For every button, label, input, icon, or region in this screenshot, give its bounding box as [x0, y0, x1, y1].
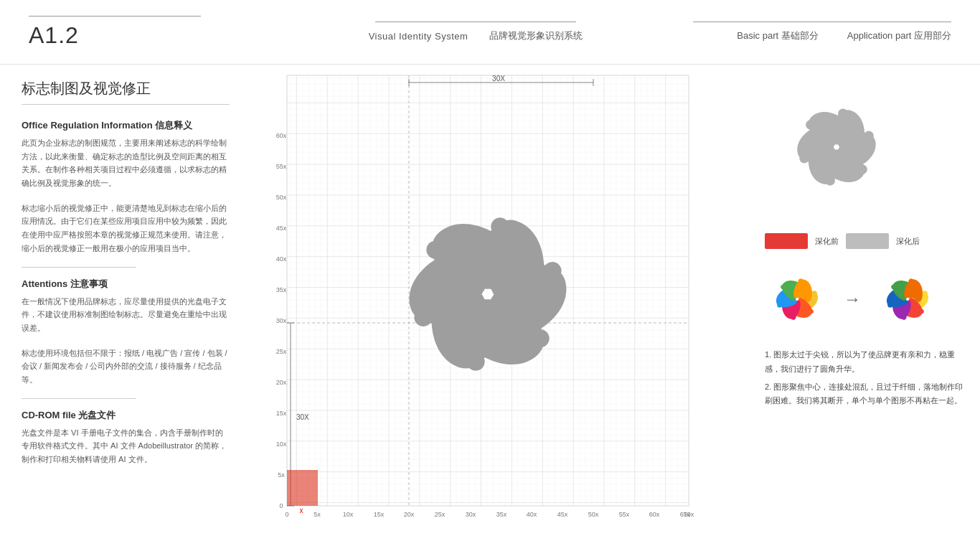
note2: 2. 图形聚焦中心，连接处混乱，且过于纤细，落地制作印刷困难。我们将其断开，单个… [765, 380, 966, 409]
section-info-text2: 标志缩小后的视觉修正中，能更清楚地见到标志在缩小后的应用情况。由于它们在某些应用… [22, 202, 230, 255]
swatch-after [846, 233, 889, 249]
svg-text:35x: 35x [496, 511, 507, 518]
left-panel: 标志制图及视觉修正 Office Regulation Information … [0, 65, 251, 551]
gray-logo-svg [772, 83, 901, 212]
header-right: Basic part 基础部分 Application part 应用部分 [693, 22, 951, 42]
nav-basic[interactable]: Basic part 基础部分 [737, 29, 818, 42]
svg-point-51 [799, 154, 809, 164]
header-line [29, 16, 201, 17]
svg-text:60x: 60x [276, 132, 287, 139]
svg-text:50x: 50x [588, 511, 599, 518]
svg-text:35x: 35x [276, 286, 287, 293]
svg-text:5x: 5x [278, 471, 285, 479]
after-logo [875, 267, 940, 331]
svg-text:15x: 15x [374, 511, 385, 518]
section-title: 标志制图及视觉修正 [22, 79, 230, 105]
svg-text:10x: 10x [276, 441, 287, 448]
svg-text:45x: 45x [557, 511, 568, 518]
section-attentions: Attentions 注意事项 在一般情况下使用品牌标志，应尽量使用提供的光盘电… [22, 278, 230, 335]
svg-point-45 [414, 309, 432, 326]
svg-text:40x: 40x [527, 511, 537, 518]
header-center: Visual Identity System 品牌视觉形象识别系统 [258, 22, 693, 42]
svg-text:60x: 60x [649, 511, 660, 518]
header-center-line [375, 22, 576, 22]
svg-text:0: 0 [285, 511, 288, 518]
nav-application[interactable]: Application part 应用部分 [847, 29, 951, 42]
vis-title-cn: 品牌视觉形象识别系统 [489, 29, 583, 42]
section-att-text2: 标志使用环境包括但不限于：报纸 / 电视广告 / 宣传 / 包装 / 会议 / … [22, 347, 230, 387]
svg-text:30X: 30X [296, 413, 309, 421]
main-content: 标志制图及视觉修正 Office Regulation Information … [0, 65, 980, 551]
header-center-text: Visual Identity System 品牌视觉形象识别系统 [369, 29, 583, 42]
section-att-title: Attentions 注意事项 [22, 278, 230, 291]
svg-text:5x: 5x [314, 511, 321, 518]
svg-text:50x: 50x [276, 194, 287, 201]
svg-point-57 [777, 303, 782, 308]
header-right-line [693, 22, 951, 22]
svg-text:25x: 25x [276, 348, 287, 355]
svg-rect-1 [287, 75, 689, 506]
svg-text:x: x [300, 507, 303, 514]
svg-text:20x: 20x [276, 379, 287, 386]
color-logos: → [765, 267, 966, 331]
svg-text:55x: 55x [619, 511, 630, 518]
svg-point-42 [543, 262, 561, 280]
center-panel: 0 5x 10x 15x 20x 25x 30x 35x 40x 45x 50x… [251, 65, 750, 551]
svg-text:25x: 25x [435, 511, 446, 518]
header: A1.2 Visual Identity System 品牌视觉形象识别系统 B… [0, 0, 980, 65]
section-info-title: Office Regulation Information 信息释义 [22, 119, 230, 132]
svg-point-54 [812, 291, 817, 296]
svg-text:15x: 15x [276, 410, 287, 417]
section-cdrom-text: 光盘文件是本 VI 手册电子文件的集合，内含手册制作时的专用软件格式文件。其中 … [22, 426, 230, 466]
section-cdrom-title: CD-ROM file 光盘文件 [22, 409, 230, 422]
svg-text:30x: 30x [466, 511, 476, 518]
svg-rect-40 [287, 470, 318, 506]
svg-text:40x: 40x [276, 255, 287, 263]
section-info2: 标志缩小后的视觉修正中，能更清楚地见到标志在缩小后的应用情况。由于它们在某些应用… [22, 202, 230, 255]
grid-chart: 0 5x 10x 15x 20x 25x 30x 35x 40x 45x 50x… [265, 72, 703, 538]
svg-point-48 [864, 131, 874, 141]
note1: 1. 图形太过于尖锐，所以为了使品牌更有亲和力，稳重感，我们进行了圆角升华。 [765, 348, 966, 377]
before-logo [765, 267, 829, 331]
divider1 [22, 267, 136, 268]
swatch-after-label: 深化后 [896, 236, 920, 247]
notes-section: 1. 图形太过于尖锐，所以为了使品牌更有亲和力，稳重感，我们进行了圆角升华。 2… [765, 348, 966, 412]
section-cdrom: CD-ROM file 光盘文件 光盘文件是本 VI 手册电子文件的集合，内含手… [22, 409, 230, 466]
svg-text:20x: 20x [404, 511, 415, 518]
svg-text:45x: 45x [276, 225, 287, 232]
page-code: A1.2 [29, 22, 258, 49]
svg-text:55x: 55x [276, 163, 287, 170]
vis-title-en: Visual Identity System [369, 31, 468, 42]
section-info-text1: 此页为企业标志的制图规范，主要用来阐述标志的科学绘制方法，以此来衡量、确定标志的… [22, 136, 230, 190]
gray-logo-display [765, 75, 908, 219]
swatch-before-label: 深化前 [815, 236, 839, 247]
swatch-before [765, 233, 808, 249]
svg-point-63 [887, 303, 892, 308]
svg-text:30X: 30X [492, 75, 505, 83]
right-panel: 深化前 深化后 → [750, 65, 980, 551]
header-left: A1.2 [29, 16, 258, 49]
divider2 [22, 398, 136, 399]
arrow-icon: → [844, 289, 861, 309]
svg-text:30x: 30x [276, 317, 287, 324]
svg-text:10x: 10x [343, 511, 354, 518]
svg-text:0: 0 [279, 502, 283, 509]
section-attentions2: 标志使用环境包括但不限于：报纸 / 电视广告 / 宣传 / 包装 / 会议 / … [22, 347, 230, 387]
section-att-text: 在一般情况下使用品牌标志，应尽量使用提供的光盘电子文件，不建议使用标准制图绘制标… [22, 295, 230, 335]
svg-text:70x: 70x [684, 511, 694, 518]
section-info: Office Regulation Information 信息释义 此页为企业… [22, 119, 230, 190]
svg-point-60 [923, 291, 928, 296]
color-comparison: 深化前 深化后 [765, 233, 966, 249]
header-right-nav: Basic part 基础部分 Application part 应用部分 [737, 29, 951, 42]
